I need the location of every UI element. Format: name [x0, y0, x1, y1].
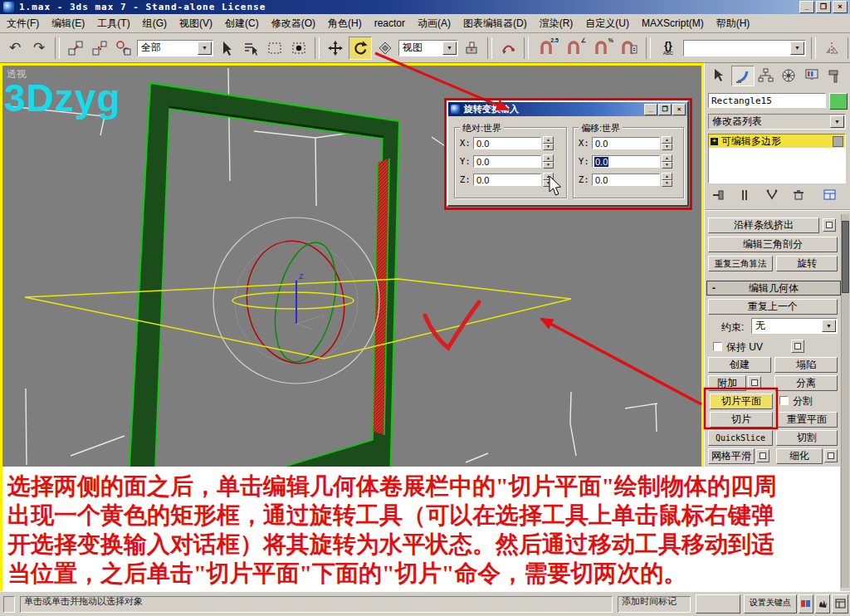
minimize-button[interactable]: _	[799, 1, 814, 13]
maximize-viewport-toggle-icon[interactable]	[832, 594, 848, 614]
key-mode-icon[interactable]	[799, 594, 813, 614]
set-key-button[interactable]: 设置关键点	[744, 594, 797, 614]
menu-help[interactable]: 帮助(H)	[716, 17, 750, 31]
offset-y-field[interactable]: 0.0	[592, 155, 660, 168]
tab-motion[interactable]	[778, 66, 799, 85]
dropdown-arrow-icon[interactable]: ▼	[198, 42, 212, 55]
menu-animation[interactable]: 动画(A)	[418, 17, 451, 31]
tab-display[interactable]	[801, 66, 823, 85]
select-object-icon[interactable]	[216, 37, 237, 59]
unlink-selection-icon[interactable]	[89, 37, 110, 59]
repeat-last-button[interactable]: 重复上一个	[708, 299, 838, 315]
select-by-name-icon[interactable]	[240, 37, 261, 59]
dialog-minimize-button[interactable]: _	[644, 104, 657, 115]
menu-maxscript[interactable]: MAXScript(M)	[642, 17, 704, 29]
stack-item-status-icon[interactable]	[833, 136, 843, 147]
absolute-y-field[interactable]: 0.0	[473, 155, 541, 168]
select-and-move-icon[interactable]	[325, 37, 346, 59]
tessellate-button[interactable]: 细化	[776, 448, 823, 464]
dropdown-arrow-icon[interactable]: ▼	[830, 115, 844, 128]
edit-named-selection-sets-icon[interactable]: {} ABC	[656, 37, 681, 59]
make-unique-icon[interactable]	[763, 188, 781, 203]
offset-y-spinner[interactable]: ▲▼	[662, 154, 672, 169]
slice-button[interactable]: 切片	[710, 412, 773, 428]
dialog-restore-button[interactable]: ❐	[658, 104, 672, 115]
reference-coordinate-dropdown[interactable]: 视图 ▼	[398, 40, 458, 56]
menu-customize[interactable]: 自定义(U)	[585, 17, 629, 31]
menu-views[interactable]: 视图(V)	[179, 17, 212, 31]
menu-modifiers[interactable]: 修改器(O)	[271, 17, 315, 31]
restore-button[interactable]: ❐	[816, 1, 831, 13]
create-button[interactable]: 创建	[708, 357, 771, 373]
tessellate-settings-button[interactable]	[824, 449, 838, 462]
percent-snap-toggle-icon[interactable]: %	[589, 37, 613, 59]
absolute-y-spinner[interactable]: ▲▼	[543, 154, 554, 169]
extrude-along-spline-button[interactable]: 沿样条线挤出	[708, 218, 819, 233]
close-button[interactable]: ×	[833, 1, 848, 13]
menu-file[interactable]: 文件(F)	[7, 17, 39, 31]
expand-icon[interactable]: +	[711, 138, 718, 145]
select-and-scale-icon[interactable]	[374, 37, 396, 59]
named-selection-dropdown[interactable]: ▼	[683, 40, 806, 56]
offset-x-spinner[interactable]: ▲▼	[662, 136, 672, 150]
tab-create[interactable]	[708, 66, 730, 85]
split-checkbox[interactable]	[779, 396, 789, 405]
menu-character[interactable]: 角色(H)	[328, 17, 362, 31]
menu-create[interactable]: 创建(C)	[225, 17, 259, 31]
turn-button[interactable]: 旋转	[776, 256, 838, 271]
remove-modifier-icon[interactable]	[789, 188, 808, 203]
show-end-result-icon[interactable]	[736, 188, 755, 203]
slice-plane-button[interactable]: 切片平面	[710, 394, 773, 409]
meshsmooth-button[interactable]: 网格平滑	[708, 448, 755, 464]
offset-x-field[interactable]: 0.0	[592, 137, 660, 149]
mirror-icon[interactable]	[821, 37, 843, 59]
pan-hand-icon[interactable]	[815, 594, 830, 614]
menu-tools[interactable]: 工具(T)	[97, 17, 129, 31]
preserve-uv-checkbox[interactable]	[713, 342, 722, 351]
select-and-manipulate-icon[interactable]	[497, 37, 519, 59]
extrude-along-spline-settings-button[interactable]	[823, 218, 836, 232]
quickslice-button[interactable]: QuickSlice	[708, 430, 773, 446]
object-name-field[interactable]: Rectangle15	[708, 93, 826, 108]
retriangulate-button[interactable]: 重复三角算法	[708, 256, 773, 271]
tab-modify[interactable]	[731, 66, 755, 86]
snap-toggle-25d-icon[interactable]: 2.5	[534, 37, 559, 59]
select-and-rotate-icon[interactable]	[349, 37, 372, 60]
collapse-button[interactable]: 塌陷	[774, 357, 838, 373]
add-time-tag[interactable]: 添加时间标记	[618, 596, 691, 613]
tab-hierarchy[interactable]	[755, 66, 776, 85]
panel-scrollbar-thumb[interactable]	[842, 221, 849, 293]
offset-z-spinner[interactable]: ▲▼	[662, 173, 672, 187]
object-color-swatch[interactable]	[829, 93, 848, 110]
stack-item-editable-poly[interactable]: + 可编辑多边形	[709, 134, 845, 148]
animation-blank-button[interactable]	[696, 594, 740, 614]
offset-z-field[interactable]: 0.0	[592, 174, 660, 186]
angle-snap-toggle-icon[interactable]: ∠	[561, 37, 586, 59]
detach-button[interactable]: 分离	[774, 375, 838, 391]
selection-filter-dropdown[interactable]: 全部 ▼	[137, 40, 213, 56]
absolute-x-field[interactable]: 0.0	[473, 137, 541, 149]
dropdown-arrow-icon[interactable]: ▼	[790, 42, 804, 55]
rectangular-selection-region-icon[interactable]	[264, 37, 286, 59]
dialog-close-button[interactable]: ×	[672, 104, 686, 115]
tab-utilities[interactable]	[824, 66, 846, 85]
dropdown-arrow-icon[interactable]: ▼	[442, 42, 457, 55]
attach-button[interactable]: 附加	[708, 375, 746, 391]
menu-group[interactable]: 组(G)	[143, 17, 167, 31]
absolute-z-field[interactable]: 0.0	[473, 174, 541, 186]
configure-modifier-sets-icon[interactable]	[821, 188, 839, 203]
redo-icon[interactable]: ↷	[28, 37, 50, 59]
cut-button[interactable]: 切割	[776, 430, 838, 446]
meshsmooth-settings-button[interactable]	[756, 449, 769, 462]
preserve-uv-settings-button[interactable]	[791, 340, 804, 353]
edit-triangulation-button[interactable]: 编辑三角剖分	[708, 237, 838, 252]
absolute-x-spinner[interactable]: ▲▼	[543, 136, 554, 150]
attach-settings-button[interactable]	[748, 376, 761, 389]
menu-graph-editors[interactable]: 图表编辑器(D)	[463, 17, 527, 31]
modifier-list-dropdown[interactable]: 修改器列表 ▼	[708, 114, 846, 130]
panel-scrollbar[interactable]	[841, 214, 849, 588]
bind-to-space-warp-icon[interactable]	[113, 37, 134, 59]
select-and-link-icon[interactable]	[65, 37, 86, 59]
undo-icon[interactable]: ↶	[4, 37, 26, 59]
pin-stack-icon[interactable]	[710, 188, 728, 203]
